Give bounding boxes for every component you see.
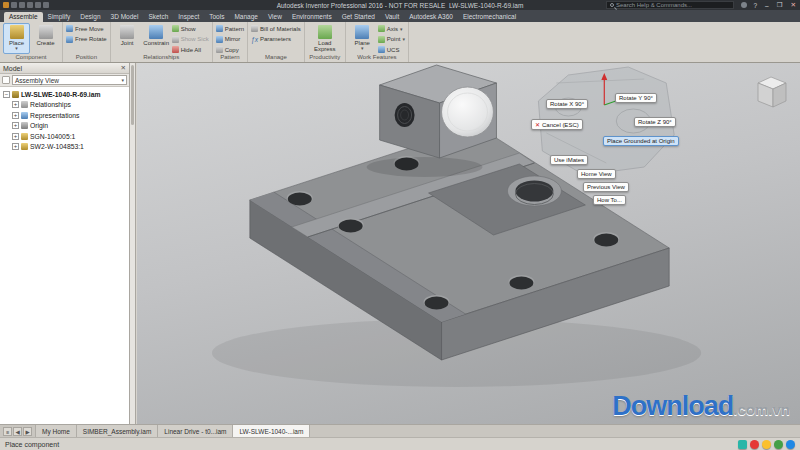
share-icon-blue[interactable] — [786, 440, 795, 449]
bill-of-materials-button[interactable]: Bill of Materials — [251, 24, 301, 33]
tab-tools[interactable]: Tools — [204, 12, 229, 23]
tab-simplify[interactable]: Simplify — [43, 12, 76, 23]
tab-inspect[interactable]: Inspect — [173, 12, 204, 23]
show-icon — [172, 25, 179, 32]
cancel-x-icon: ✕ — [535, 121, 540, 128]
tree-item-representations[interactable]: + Representations — [0, 110, 129, 121]
point-button[interactable]: Point ▾ — [378, 35, 405, 44]
3d-viewport[interactable]: Rotate X 90° Rotate Y 90° ✕ Cancel (ESC)… — [137, 63, 800, 424]
ribbon-group-relationships: Joint Constrain Show Show Sick Hide All … — [111, 22, 213, 62]
tab-manage[interactable]: Manage — [229, 12, 263, 23]
group-label-productivity[interactable]: Productivity — [305, 54, 345, 62]
tab-autodesk-a360[interactable]: Autodesk A360 — [404, 12, 458, 23]
share-icon-green[interactable] — [774, 440, 783, 449]
tab-prev-icon[interactable]: ◀ — [13, 427, 22, 436]
load-express-button[interactable]: Load Express — [308, 23, 342, 54]
ribbon-tab-bar: Assemble Simplify Design 3D Model Sketch… — [0, 10, 800, 22]
tree-item-origin[interactable]: + Origin — [0, 121, 129, 132]
expander-icon[interactable]: + — [12, 143, 19, 150]
free-rotate-icon — [66, 36, 73, 43]
tree-item-assembly-root[interactable]: − LW-SLWE-1040-R-69.iam — [0, 89, 129, 100]
parameters-button[interactable]: ƒx Parameters — [251, 35, 301, 44]
tab-vault[interactable]: Vault — [380, 12, 404, 23]
redo-icon[interactable] — [27, 2, 33, 8]
group-label-component[interactable]: Component — [0, 54, 62, 62]
print-icon[interactable] — [35, 2, 41, 8]
update-icon[interactable] — [43, 2, 49, 8]
assembly-view-dropdown[interactable]: Assembly View ▾ — [12, 75, 127, 85]
tab-electromechanical[interactable]: Electromechanical — [458, 12, 521, 23]
tree-item-relationships[interactable]: + Relationships — [0, 100, 129, 111]
free-move-button[interactable]: Free Move — [66, 24, 107, 33]
how-to-button[interactable]: How To... — [593, 195, 626, 205]
rotate-z-90-button[interactable]: Rotate Z 90° — [634, 117, 676, 127]
ucs-icon — [378, 46, 385, 53]
tab-3d-model[interactable]: 3D Model — [106, 12, 144, 23]
tab-design[interactable]: Design — [75, 12, 105, 23]
doc-tab-linear-drive[interactable]: Linear Drive - t0...iam — [158, 425, 233, 437]
assembly-icon — [12, 91, 19, 98]
place-button[interactable]: Place ▾ — [3, 23, 30, 54]
joint-button[interactable]: Joint — [114, 23, 141, 54]
filter-icon[interactable] — [2, 76, 10, 84]
tab-get-started[interactable]: Get Started — [337, 12, 380, 23]
show-button[interactable]: Show — [172, 24, 209, 33]
copy-button[interactable]: Copy — [216, 45, 244, 54]
undo-icon[interactable] — [19, 2, 25, 8]
group-label-relationships[interactable]: Relationships — [111, 54, 212, 62]
expander-icon[interactable]: + — [12, 112, 19, 119]
expander-icon[interactable]: − — [3, 91, 10, 98]
constrain-icon — [149, 25, 163, 39]
group-label-manage[interactable]: Manage — [248, 54, 304, 62]
tree-item-part-2[interactable]: + SW2-W-104853:1 — [0, 142, 129, 153]
rotate-y-90-button[interactable]: Rotate Y 90° — [615, 93, 657, 103]
help-button[interactable]: ? — [751, 2, 759, 9]
tab-view[interactable]: View — [263, 12, 287, 23]
cancel-button[interactable]: ✕ Cancel (ESC) — [531, 119, 583, 130]
free-rotate-button[interactable]: Free Rotate — [66, 35, 107, 44]
expander-icon[interactable]: + — [12, 133, 19, 140]
tab-environments[interactable]: Environments — [287, 12, 337, 23]
hide-all-button[interactable]: Hide All — [172, 45, 209, 54]
tab-next-icon[interactable]: ▶ — [23, 427, 32, 436]
group-label-pattern[interactable]: Pattern — [213, 54, 247, 62]
pattern-button[interactable]: Pattern — [216, 24, 244, 33]
app-menu-icon[interactable] — [3, 2, 9, 8]
group-label-position[interactable]: Position — [63, 54, 110, 62]
tab-list-icon[interactable]: ≡ — [3, 427, 12, 436]
minimize-button[interactable]: – — [763, 2, 771, 9]
share-icon-red[interactable] — [750, 440, 759, 449]
constrain-button[interactable]: Constrain — [143, 23, 170, 54]
panel-scrollbar[interactable] — [130, 63, 136, 424]
close-button[interactable]: ✕ — [789, 1, 798, 9]
view-cube[interactable] — [750, 71, 792, 113]
expander-icon[interactable]: + — [12, 101, 19, 108]
create-button[interactable]: Create — [32, 23, 59, 54]
home-view-button[interactable]: Home View — [577, 169, 616, 179]
use-imates-button[interactable]: Use iMates — [550, 155, 588, 165]
mirror-button[interactable]: Mirror — [216, 35, 244, 44]
chat-icon[interactable] — [738, 440, 747, 449]
group-label-work-features[interactable]: Work Features — [346, 54, 408, 62]
show-sick-button[interactable]: Show Sick — [172, 35, 209, 44]
share-icon-yellow[interactable] — [762, 440, 771, 449]
tab-assemble[interactable]: Assemble — [4, 12, 43, 23]
previous-view-button[interactable]: Previous View — [583, 182, 629, 192]
expander-icon[interactable]: + — [12, 122, 19, 129]
panel-close-icon[interactable]: ✕ — [121, 64, 126, 72]
doc-tab-my-home[interactable]: My Home — [36, 425, 77, 437]
place-grounded-at-origin-button[interactable]: Place Grounded at Origin — [603, 136, 679, 146]
maximize-button[interactable]: ❐ — [775, 1, 785, 9]
rotate-x-90-button[interactable]: Rotate X 90° — [546, 99, 588, 109]
tab-sketch[interactable]: Sketch — [143, 12, 173, 23]
tree-item-part-1[interactable]: + SGN-104005:1 — [0, 131, 129, 142]
axis-button[interactable]: Axis ▾ — [378, 24, 405, 33]
sign-in-icon[interactable] — [741, 2, 747, 8]
save-icon[interactable] — [11, 2, 17, 8]
doc-tab-simber-assembly[interactable]: SIMBER_Assembly.iam — [77, 425, 159, 437]
ucs-button[interactable]: UCS — [378, 45, 405, 54]
search-input[interactable]: Search Help & Commands... — [606, 1, 734, 9]
plane-button[interactable]: Plane ▾ — [349, 23, 376, 54]
panel-header[interactable]: Model ✕ — [0, 63, 129, 74]
doc-tab-lw-slwe[interactable]: LW-SLWE-1040-...iam — [233, 425, 310, 437]
